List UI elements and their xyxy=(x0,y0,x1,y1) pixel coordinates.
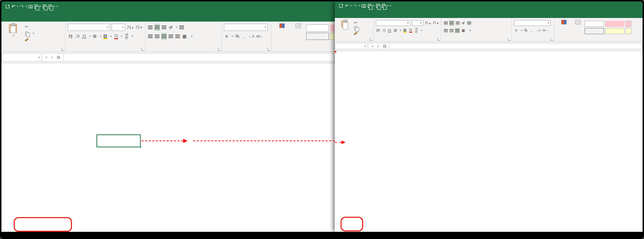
conditional-formatting-button[interactable] xyxy=(557,20,571,36)
font-size-select[interactable]: ▾ xyxy=(112,24,125,31)
underline-caret-icon[interactable]: ▾ xyxy=(89,35,91,38)
save-icon[interactable] xyxy=(338,4,343,8)
underline-button[interactable]: 가 xyxy=(81,33,87,40)
decrease-decimal-button[interactable]: .00→ xyxy=(542,28,549,33)
fill-handle[interactable] xyxy=(139,146,141,148)
decrease-indent-button[interactable] xyxy=(168,33,174,40)
phonetic-caret-icon[interactable]: ▾ xyxy=(132,35,133,38)
phonetic-button[interactable]: 내천 xyxy=(414,28,419,33)
borders-caret-icon[interactable]: ▾ xyxy=(100,35,102,38)
cut-button[interactable]: ✂ xyxy=(353,20,359,25)
align-center-button[interactable] xyxy=(154,33,160,40)
move-sheet-icon[interactable] xyxy=(48,4,53,9)
undo-icon[interactable]: ↶ xyxy=(11,4,16,9)
copy-sheet-icon[interactable] xyxy=(42,4,47,9)
copy-button[interactable]: ▾ xyxy=(24,31,34,36)
insert-function-icon[interactable]: fx xyxy=(57,55,60,60)
align-left-button[interactable] xyxy=(148,33,153,40)
paste-special-caret-icon[interactable]: ▾ xyxy=(373,4,374,7)
font-size-select[interactable]: ▾ xyxy=(412,20,423,26)
orientation-button[interactable]: ≫ xyxy=(460,20,467,26)
redo-icon[interactable]: ↷ xyxy=(353,4,358,8)
qat-customize-icon[interactable]: ▾ xyxy=(390,4,391,7)
comma-style-button[interactable]: , xyxy=(242,33,247,40)
phonetic-button[interactable]: 내천 xyxy=(124,33,129,40)
qat-customize-icon[interactable]: ▾ xyxy=(57,5,58,8)
paste-button[interactable] xyxy=(337,20,351,36)
font-name-select[interactable]: ▾ xyxy=(376,20,410,26)
bold-button[interactable]: 가 xyxy=(376,28,380,33)
align-middle-button[interactable] xyxy=(154,24,160,31)
style-partial2[interactable] xyxy=(626,28,631,34)
accounting-caret-icon[interactable]: ▾ xyxy=(521,29,522,32)
style-calculation[interactable] xyxy=(585,28,604,34)
name-box[interactable]: ▾ xyxy=(335,43,368,49)
redo-icon[interactable]: ↷ xyxy=(19,4,24,9)
style-calculation[interactable] xyxy=(306,33,329,40)
redo-caret-icon[interactable]: ▾ xyxy=(26,5,27,8)
format-painter-button[interactable] xyxy=(353,31,359,36)
style-normal[interactable] xyxy=(306,24,329,32)
font-color-caret-icon[interactable]: ▾ xyxy=(121,35,123,38)
grow-font-button[interactable]: 가▲ xyxy=(127,24,134,31)
comma-style-button[interactable]: , xyxy=(530,28,534,33)
camera-icon[interactable] xyxy=(361,4,366,8)
number-dialog-launcher-icon[interactable] xyxy=(267,48,270,51)
paste-special-icon[interactable] xyxy=(33,4,39,9)
shrink-font-button[interactable]: 가▼ xyxy=(135,24,143,31)
italic-button[interactable]: 가 xyxy=(382,28,386,33)
merge-center-caret-icon[interactable]: ▾ xyxy=(191,35,193,38)
name-box[interactable]: ▾ xyxy=(1,53,42,61)
undo-caret-icon[interactable]: ▾ xyxy=(350,4,352,7)
borders-button[interactable]: ⊞ xyxy=(393,28,397,33)
alignment-dialog-launcher-icon[interactable] xyxy=(508,38,511,41)
font-color-button[interactable]: 가 xyxy=(409,28,413,33)
conditional-formatting-button[interactable] xyxy=(274,23,290,46)
align-right-button[interactable] xyxy=(161,33,167,40)
decrease-decimal-button[interactable]: .00→ xyxy=(256,33,264,40)
redo-caret-icon[interactable]: ▾ xyxy=(359,4,360,7)
orientation-button[interactable]: ≫ xyxy=(167,23,175,31)
shrink-font-button[interactable]: 가▼ xyxy=(433,20,439,26)
style-note[interactable] xyxy=(330,33,335,40)
camera-icon[interactable] xyxy=(28,4,33,9)
align-right-button[interactable] xyxy=(455,28,460,33)
borders-caret-icon[interactable]: ▾ xyxy=(400,29,401,32)
paste-button[interactable]: ▾ xyxy=(4,23,22,46)
enter-icon[interactable]: ✓ xyxy=(377,44,380,49)
clipboard-dialog-launcher-icon[interactable] xyxy=(62,48,64,51)
align-top-button[interactable] xyxy=(148,24,153,31)
style-note[interactable] xyxy=(605,28,625,34)
increase-decimal-button[interactable]: ←.0 xyxy=(535,28,541,33)
move-sheet-caret-icon[interactable]: ▾ xyxy=(54,5,55,8)
selected-cell-d17[interactable] xyxy=(96,134,141,147)
borders-button[interactable]: ⊞ xyxy=(92,33,98,40)
align-center-button[interactable] xyxy=(449,28,454,33)
phonetic-caret-icon[interactable]: ▾ xyxy=(421,29,423,32)
italic-button[interactable]: 가 xyxy=(75,33,80,40)
bold-button[interactable]: 가 xyxy=(68,33,73,40)
accounting-caret-icon[interactable]: ▾ xyxy=(232,35,233,38)
format-as-table-button[interactable] xyxy=(292,23,304,46)
percent-style-button[interactable]: % xyxy=(235,33,240,40)
font-dialog-launcher-icon[interactable] xyxy=(437,38,440,41)
style-partial[interactable] xyxy=(626,21,631,27)
align-left-button[interactable] xyxy=(443,28,448,33)
accounting-format-button[interactable]: ¤ xyxy=(514,28,518,33)
style-normal[interactable] xyxy=(585,21,604,27)
insert-function-icon[interactable]: fx xyxy=(383,44,386,49)
clipboard-dialog-launcher-icon[interactable] xyxy=(370,38,373,41)
align-middle-button[interactable] xyxy=(449,20,454,26)
alignment-dialog-launcher-icon[interactable] xyxy=(218,48,221,51)
font-color-button[interactable]: 가 xyxy=(113,33,119,40)
fill-color-button[interactable]: ▨ xyxy=(103,33,108,40)
paste-special-icon[interactable] xyxy=(367,4,372,8)
cancel-icon[interactable]: × xyxy=(45,55,48,60)
accounting-format-button[interactable]: ¤ xyxy=(224,33,229,40)
percent-style-button[interactable]: % xyxy=(524,28,528,33)
cancel-icon[interactable]: × xyxy=(371,44,374,49)
merge-center-caret-icon[interactable]: ▾ xyxy=(469,29,471,32)
increase-decimal-button[interactable]: ←.0 xyxy=(248,33,255,40)
style-bad[interactable] xyxy=(605,21,625,27)
enter-icon[interactable]: ✓ xyxy=(50,55,54,60)
